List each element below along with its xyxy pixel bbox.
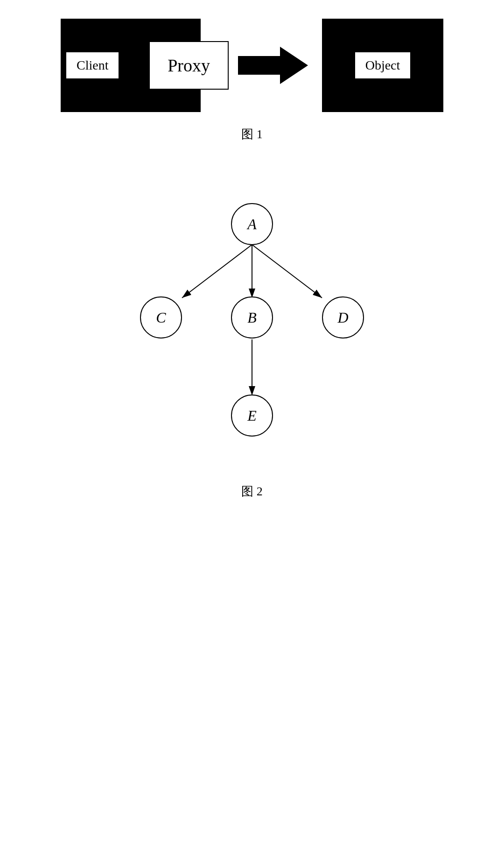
object-label: Object [365,58,400,72]
node-c: C [140,296,182,338]
svg-line-4 [252,245,322,298]
object-box: Object [354,51,412,79]
diagram2-layout: A B C D E [112,198,392,469]
figure1: Client Proxy Object 图 1 [0,0,504,142]
client-box: Client [65,51,119,79]
node-e: E [231,395,273,437]
right-black-box: Object [322,19,443,112]
figure1-caption: 图 1 [241,126,263,142]
node-b: B [231,296,273,338]
right-arrow-icon [238,47,308,84]
proxy-label: Proxy [168,56,210,75]
figure2: A B C D E 图 2 [0,198,504,500]
node-a: A [231,203,273,245]
proxy-box: Proxy [149,41,229,90]
node-d: D [322,296,364,338]
figure2-caption: 图 2 [241,483,263,500]
svg-line-2 [182,245,252,298]
svg-marker-0 [238,47,308,84]
diagram1-layout: Client Proxy Object [61,19,443,112]
client-label: Client [77,58,108,72]
left-black-box: Client Proxy [61,19,201,112]
